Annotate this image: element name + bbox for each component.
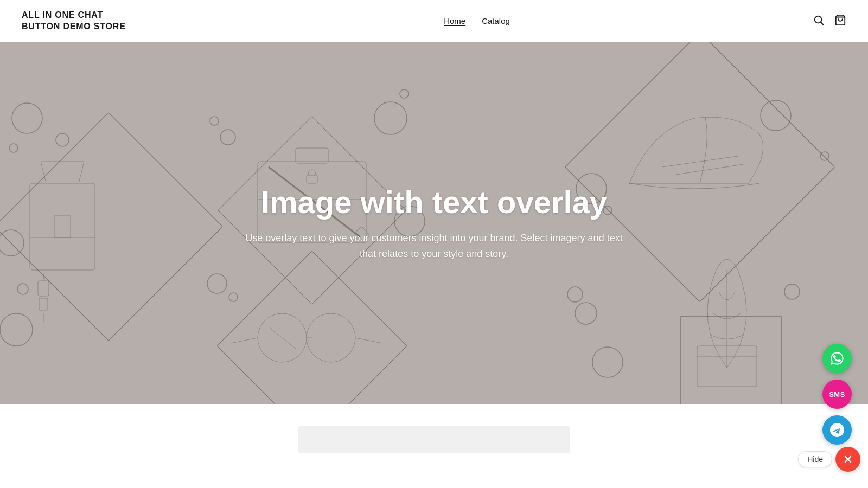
store-title: ALL IN ONE CHAT BUTTON DEMO STORE (22, 10, 141, 33)
svg-rect-3 (0, 113, 222, 341)
site-header: ALL IN ONE CHAT BUTTON DEMO STORE Home C… (0, 0, 868, 42)
svg-rect-20 (307, 175, 317, 183)
svg-point-44 (229, 293, 238, 301)
nav-home[interactable]: Home (444, 16, 465, 25)
svg-rect-8 (54, 216, 71, 237)
svg-line-29 (355, 338, 382, 343)
svg-rect-21 (565, 42, 834, 302)
svg-point-50 (761, 100, 791, 131)
svg-rect-10 (38, 281, 49, 296)
whatsapp-button[interactable] (822, 344, 852, 373)
svg-point-49 (592, 347, 623, 377)
svg-point-38 (374, 102, 407, 134)
below-hero-section (0, 404, 868, 475)
svg-point-39 (400, 89, 409, 98)
svg-line-6 (79, 162, 84, 183)
svg-line-23 (673, 164, 743, 175)
header-icons (813, 14, 846, 28)
hero-title: Image with text overlay (241, 185, 627, 220)
svg-rect-24 (217, 251, 407, 404)
svg-rect-17 (296, 148, 328, 163)
svg-rect-4 (30, 183, 95, 270)
hide-button[interactable]: Hide (798, 451, 832, 467)
svg-point-47 (567, 287, 583, 302)
svg-point-42 (220, 130, 235, 145)
svg-point-0 (815, 16, 822, 23)
nav-catalog[interactable]: Catalog (482, 16, 510, 25)
svg-point-51 (784, 284, 800, 299)
svg-point-55 (0, 313, 33, 346)
svg-point-36 (9, 144, 18, 152)
svg-point-54 (17, 284, 28, 294)
telegram-button[interactable] (822, 415, 852, 445)
cart-icon[interactable] (834, 14, 846, 28)
main-nav: Home Catalog (444, 16, 510, 25)
svg-line-30 (269, 327, 296, 349)
svg-rect-12 (39, 298, 48, 310)
svg-point-43 (207, 274, 227, 293)
sms-label: SMS (829, 390, 845, 399)
chat-buttons-container: SMS (822, 344, 852, 445)
hero-subtitle: Use overlay text to give your customers … (241, 230, 627, 262)
hero-text-overlay: Image with text overlay Use overlay text… (231, 185, 637, 261)
search-icon[interactable] (813, 14, 825, 28)
close-button[interactable] (835, 447, 860, 472)
svg-line-28 (231, 338, 258, 343)
svg-point-52 (820, 152, 829, 160)
sms-button[interactable]: SMS (822, 380, 852, 409)
svg-point-35 (12, 103, 42, 133)
svg-line-1 (821, 22, 823, 24)
svg-point-37 (56, 133, 69, 146)
svg-point-26 (307, 313, 355, 362)
svg-point-48 (575, 303, 597, 324)
hero-section: .line-art { fill: none; stroke: rgba(80,… (0, 42, 868, 404)
svg-line-22 (662, 156, 738, 167)
hide-close-row: Hide (798, 447, 860, 472)
placeholder-bar (298, 426, 570, 453)
svg-point-53 (0, 230, 24, 256)
svg-rect-31 (681, 316, 781, 404)
svg-point-41 (210, 117, 219, 125)
